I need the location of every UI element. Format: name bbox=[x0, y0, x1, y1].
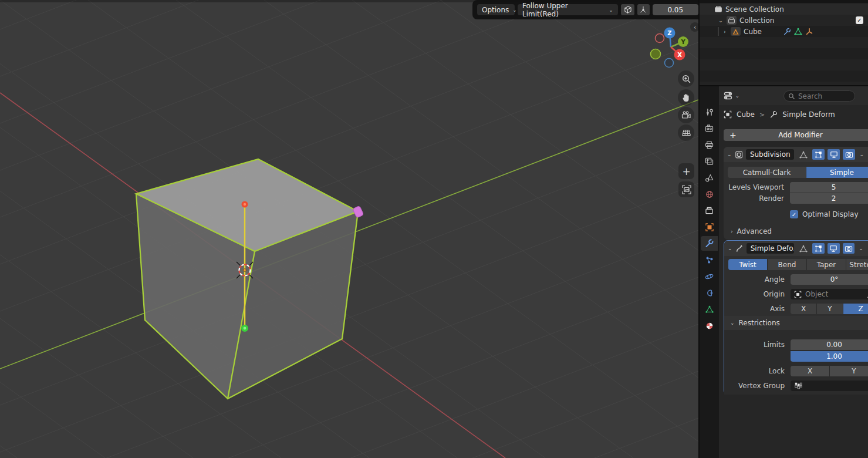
add-button[interactable]: + bbox=[678, 163, 694, 179]
chevron-down-icon[interactable]: ⌄ bbox=[727, 151, 732, 157]
render-levels-field[interactable]: 2 bbox=[790, 193, 868, 204]
tab-render[interactable] bbox=[701, 124, 718, 133]
modifier-name-field[interactable]: Subdivision bbox=[746, 149, 794, 160]
add-modifier-label: Add Modifier bbox=[778, 131, 823, 139]
search-box[interactable] bbox=[783, 90, 855, 102]
limits-min-field[interactable]: 0.00 bbox=[791, 339, 868, 350]
outliner-row-collection[interactable]: ⌄ Collection ✓ bbox=[700, 15, 868, 26]
zoom-button[interactable] bbox=[678, 70, 694, 87]
add-modifier-button[interactable]: + Add Modifier bbox=[724, 129, 868, 141]
mode-dropdown[interactable]: Follow Upper Limit(Red) ⌄ bbox=[518, 4, 618, 15]
extras-chevron-icon[interactable]: ⌄ bbox=[859, 151, 864, 157]
chevron-right-icon[interactable]: › bbox=[722, 29, 728, 35]
edit-mode-display-toggle[interactable] bbox=[812, 243, 825, 254]
advanced-label: Advanced bbox=[737, 227, 772, 235]
vertex-group-field[interactable]: ← bbox=[791, 380, 868, 391]
options-label: Options bbox=[482, 6, 509, 14]
edit-mode-display-toggle[interactable] bbox=[812, 149, 825, 160]
lock-x-button[interactable]: X bbox=[791, 366, 830, 376]
levels-viewport-field[interactable]: 5 bbox=[790, 182, 868, 193]
tab-scene[interactable] bbox=[701, 173, 718, 182]
realtime-display-toggle[interactable] bbox=[828, 149, 840, 160]
tab-constraints[interactable] bbox=[701, 288, 718, 297]
tab-modifiers[interactable] bbox=[701, 239, 718, 248]
stretch-button[interactable]: Stretch bbox=[846, 259, 868, 270]
subdivision-panel-header[interactable]: ⌄ Subdivision ⌄ × bbox=[724, 147, 868, 162]
modifier-name-field[interactable]: Simple Defo... bbox=[747, 243, 795, 254]
lock-y-button[interactable]: Y bbox=[830, 366, 868, 376]
scene-collection-label: Scene Collection bbox=[725, 5, 784, 14]
cube-object[interactable] bbox=[136, 159, 358, 399]
camera-view-button[interactable] bbox=[678, 107, 694, 123]
falloff-toggle[interactable] bbox=[637, 4, 650, 15]
proportional-editing-toggle[interactable] bbox=[621, 4, 634, 15]
tab-object-data[interactable] bbox=[701, 305, 718, 314]
mesh-data-icon[interactable] bbox=[794, 28, 802, 36]
on-cage-toggle[interactable] bbox=[797, 243, 809, 254]
subdivision-algorithm-segment: Catmull-Clark Simple bbox=[728, 167, 868, 178]
tab-tool[interactable] bbox=[701, 107, 718, 116]
axis-y-button[interactable]: Y bbox=[817, 304, 843, 314]
taper-button[interactable]: Taper bbox=[807, 259, 846, 270]
axis-minus-z-ball[interactable] bbox=[665, 59, 674, 68]
chevron-down-icon[interactable]: ⌄ bbox=[718, 18, 724, 23]
modifier-wrench-icon[interactable] bbox=[783, 28, 791, 36]
options-dropdown[interactable]: Options ⌄ bbox=[477, 4, 515, 15]
limits-label: Limits bbox=[724, 341, 785, 349]
properties-header: ⌄ bbox=[719, 86, 868, 105]
catmull-clark-button[interactable]: Catmull-Clark bbox=[728, 167, 806, 178]
axis-minus-y-ball[interactable] bbox=[651, 49, 661, 59]
annotate-frame-button[interactable] bbox=[678, 181, 694, 197]
simple-button[interactable]: Simple bbox=[806, 167, 868, 178]
outliner-row-scene-collection[interactable]: Scene Collection bbox=[700, 4, 868, 15]
render-display-toggle[interactable] bbox=[843, 243, 855, 254]
render-camera-icon bbox=[845, 151, 853, 159]
origin-object-field[interactable]: Object bbox=[791, 289, 868, 299]
empty-axes-icon[interactable] bbox=[805, 28, 813, 36]
breadcrumb: Cube > Simple Deform bbox=[724, 109, 835, 120]
optimal-display-checkbox[interactable]: ✓ bbox=[790, 210, 798, 218]
axis-y-label: Y bbox=[680, 39, 685, 45]
proportional-size-field[interactable]: 0.05 bbox=[653, 4, 698, 15]
tab-physics[interactable] bbox=[701, 272, 718, 281]
angle-field[interactable]: 0° bbox=[791, 274, 868, 285]
axis-z-button[interactable]: Z bbox=[843, 304, 868, 314]
editor-type-button[interactable]: ⌄ bbox=[724, 92, 739, 100]
3d-viewport[interactable]: Options ⌄ Follow Upper Limit(Red) ⌄ 0.05 bbox=[0, 0, 698, 458]
pan-view-button[interactable] bbox=[678, 89, 694, 106]
breadcrumb-object[interactable]: Cube bbox=[737, 110, 755, 119]
tab-object[interactable] bbox=[701, 223, 718, 231]
orthographic-toggle-button[interactable] bbox=[678, 124, 694, 141]
simple-deform-panel-header[interactable]: ⌄ Simple Defo... ⌄ × bbox=[724, 241, 868, 256]
tab-collection[interactable] bbox=[701, 206, 718, 215]
tab-world[interactable] bbox=[701, 190, 718, 198]
3d-cursor[interactable] bbox=[237, 262, 253, 278]
sidebar-toggle-arrow[interactable]: ‹ bbox=[690, 22, 698, 32]
levels-viewport-label: Levels Viewport bbox=[724, 183, 784, 191]
on-cage-toggle[interactable] bbox=[797, 149, 809, 160]
tab-view-layer[interactable] bbox=[701, 157, 718, 166]
limits-max-slider[interactable]: 1.00 bbox=[791, 351, 868, 362]
outliner-row-cube[interactable]: › Cube bbox=[700, 26, 868, 37]
tab-output[interactable] bbox=[701, 140, 718, 149]
tab-material[interactable] bbox=[701, 321, 718, 330]
chevron-down-icon[interactable]: ⌄ bbox=[728, 245, 732, 251]
outliner[interactable]: Scene Collection ⌄ Collection ✓ › Cube bbox=[700, 0, 868, 85]
breadcrumb-modifier[interactable]: Simple Deform bbox=[782, 110, 835, 119]
render-display-toggle[interactable] bbox=[843, 149, 855, 160]
twist-button[interactable]: Twist bbox=[728, 259, 768, 270]
extras-chevron-icon[interactable]: ⌄ bbox=[859, 245, 863, 251]
bend-button[interactable]: Bend bbox=[768, 259, 807, 270]
realtime-display-toggle[interactable] bbox=[828, 243, 840, 254]
wrench-icon bbox=[769, 110, 778, 119]
indent-guide bbox=[718, 27, 719, 36]
axis-minus-x-ball[interactable] bbox=[656, 34, 664, 43]
axis-label: Axis bbox=[724, 305, 785, 313]
tab-particles[interactable] bbox=[701, 255, 718, 264]
advanced-section-toggle[interactable]: › Advanced bbox=[731, 227, 772, 235]
chevron-right-icon: › bbox=[731, 228, 733, 234]
restrictions-section-toggle[interactable]: ⌄ Restrictions bbox=[724, 316, 868, 330]
search-input[interactable] bbox=[798, 92, 845, 100]
axis-x-button[interactable]: X bbox=[791, 304, 817, 314]
collection-checkbox[interactable]: ✓ bbox=[856, 16, 863, 24]
